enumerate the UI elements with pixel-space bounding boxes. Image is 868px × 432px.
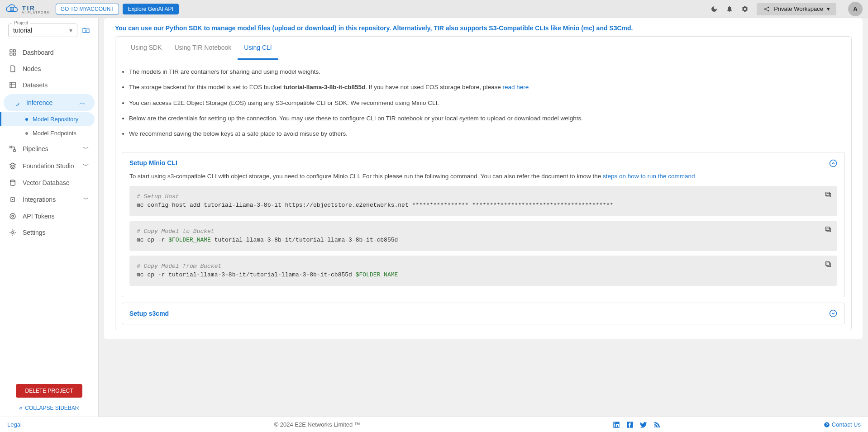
sidebar-item-dashboard[interactable]: Dashboard [0, 44, 98, 61]
svg-point-27 [12, 232, 14, 233]
collapse-sidebar-button[interactable]: « COLLAPSE SIDEBAR [5, 405, 93, 411]
sidebar-item-foundation[interactable]: Foundation Studio﹀ [0, 157, 98, 175]
project-value: tutorial [13, 27, 32, 34]
svg-rect-33 [827, 263, 830, 266]
chevron-up-icon: ︿ [79, 99, 86, 107]
sidebar-item-model-endpoints[interactable]: Model Endpoints [18, 126, 98, 140]
legal-link[interactable]: Legal [7, 421, 22, 428]
dot-icon [25, 132, 28, 135]
svg-point-35 [830, 310, 837, 317]
tab-cli[interactable]: Using CLI [238, 37, 278, 60]
sidebar-item-datasets[interactable]: Datasets [0, 77, 98, 93]
svg-rect-37 [614, 424, 615, 427]
bullet-4: Below are the credentials for setting up… [129, 114, 838, 123]
sidebar-item-pipelines[interactable]: Pipelines﹀ [0, 140, 98, 157]
rss-icon[interactable] [653, 421, 661, 428]
svg-point-38 [614, 423, 615, 423]
svg-rect-29 [827, 193, 830, 197]
tabs: Using SDK Using TIR Notebook Using CLI [115, 37, 851, 60]
linkedin-icon[interactable] [613, 421, 620, 428]
chevron-down-icon: ﹀ [83, 195, 89, 204]
project-select[interactable]: Project tutorial ▾ [8, 24, 77, 37]
svg-rect-32 [826, 227, 830, 231]
logo-text: TIR [22, 4, 35, 12]
code-block-3: # Copy Model from Bucket mc cp -r tutori… [129, 256, 837, 286]
svg-point-22 [10, 180, 15, 182]
tab-notebook[interactable]: Using TIR Notebook [168, 37, 238, 60]
copy-icon[interactable] [825, 225, 832, 234]
accordion-desc: To start using s3-compatible CLI with ob… [129, 173, 837, 180]
topbar: TIR AI PLATFORM GO TO MYACCOUNT Explore … [0, 0, 868, 18]
accordion-s3cmd-header[interactable]: Setup s3cmd [129, 309, 837, 318]
delete-project-button[interactable]: DELETE PROJECT [16, 384, 82, 398]
svg-rect-19 [14, 150, 15, 152]
bullet-5: We recommend saving the below keys at a … [129, 129, 838, 138]
bullet-3: You can access E2E Object Storage (EOS) … [129, 99, 838, 108]
svg-rect-13 [13, 53, 15, 55]
read-here-link[interactable]: read here [502, 84, 529, 90]
svg-rect-18 [10, 146, 12, 148]
avatar[interactable]: A [848, 2, 863, 16]
help-icon: ? [824, 421, 830, 428]
copy-icon[interactable] [825, 190, 832, 199]
svg-rect-10 [10, 50, 12, 52]
logo-subtext: AI PLATFORM [22, 11, 50, 14]
svg-point-25 [10, 214, 15, 219]
myaccount-button[interactable]: GO TO MYACCOUNT [56, 4, 119, 14]
svg-rect-34 [826, 262, 830, 266]
plug-icon [9, 196, 16, 203]
accordion-s3cmd: Setup s3cmd [122, 303, 845, 324]
code-block-1: # Setup Host mc config host add tutorial… [129, 186, 837, 216]
contact-link[interactable]: Contact Us [832, 421, 861, 428]
workspace-button[interactable]: Private Workspace ▾ [757, 3, 836, 15]
logo[interactable]: TIR AI PLATFORM [5, 4, 50, 14]
sidebar-item-inference[interactable]: Inference︿ [4, 94, 95, 111]
explore-button[interactable]: Explore GenAI API [123, 4, 179, 14]
sidebar-item-settings[interactable]: Settings [0, 224, 98, 241]
svg-point-24 [12, 199, 14, 200]
svg-point-28 [830, 160, 837, 166]
share-icon [763, 5, 770, 13]
footer: Legal © 2024 E2E Networks Limited ™ ? Co… [0, 417, 868, 432]
sidebar-item-nodes[interactable]: Nodes [0, 61, 98, 77]
tab-sdk[interactable]: Using SDK [124, 37, 168, 60]
accordion-minio-header[interactable]: Setup Minio CLI [129, 159, 837, 167]
intro-text: You can use our Python SDK to manage mod… [104, 18, 863, 36]
cloud-icon [5, 4, 19, 14]
steps-link[interactable]: steps on how to run the command [603, 173, 695, 180]
facebook-icon[interactable] [626, 421, 634, 428]
db-icon [9, 179, 16, 186]
bullet-list: The models in TIR are containers for sha… [115, 60, 851, 152]
copyright: © 2024 E2E Networks Limited ™ [22, 421, 613, 428]
key-icon [9, 213, 16, 220]
pipeline-icon [9, 145, 16, 152]
svg-line-7 [765, 9, 768, 10]
doc-icon [9, 65, 16, 72]
svg-rect-31 [827, 228, 830, 232]
dot-icon [25, 118, 28, 121]
chevron-down-icon: ﹀ [83, 162, 89, 170]
sidebar-item-integrations[interactable]: Integrations﹀ [0, 191, 98, 208]
new-folder-icon[interactable] [82, 26, 90, 34]
accordion-minio: Setup Minio CLI To start using s3-compat… [122, 152, 845, 297]
sidebar-item-api-tokens[interactable]: API Tokens [0, 208, 98, 224]
inference-icon [13, 99, 20, 106]
sidebar-item-model-repo[interactable]: Model Repository [0, 112, 95, 126]
svg-rect-11 [13, 50, 15, 52]
code-block-2: # Copy Model to Bucket mc cp -r $FOLDER_… [129, 221, 837, 251]
sidebar: Project tutorial ▾ Dashboard Nodes Datas… [0, 18, 99, 417]
svg-point-26 [12, 215, 14, 217]
project-label: Project [12, 20, 30, 25]
bullet-2: The storage backend for this model is se… [129, 83, 838, 92]
copy-icon[interactable] [825, 260, 832, 269]
sidebar-item-vectordb[interactable]: Vector Database [0, 175, 98, 191]
svg-point-40 [654, 426, 656, 427]
moon-icon[interactable] [711, 5, 718, 13]
layers-icon [9, 162, 16, 170]
bullet-1: The models in TIR are containers for sha… [129, 67, 838, 76]
gear-icon[interactable] [741, 5, 749, 13]
twitter-icon[interactable] [640, 421, 647, 428]
bell-icon[interactable] [726, 5, 733, 13]
svg-text:?: ? [825, 423, 828, 427]
chevron-down-icon: ▾ [69, 27, 72, 34]
